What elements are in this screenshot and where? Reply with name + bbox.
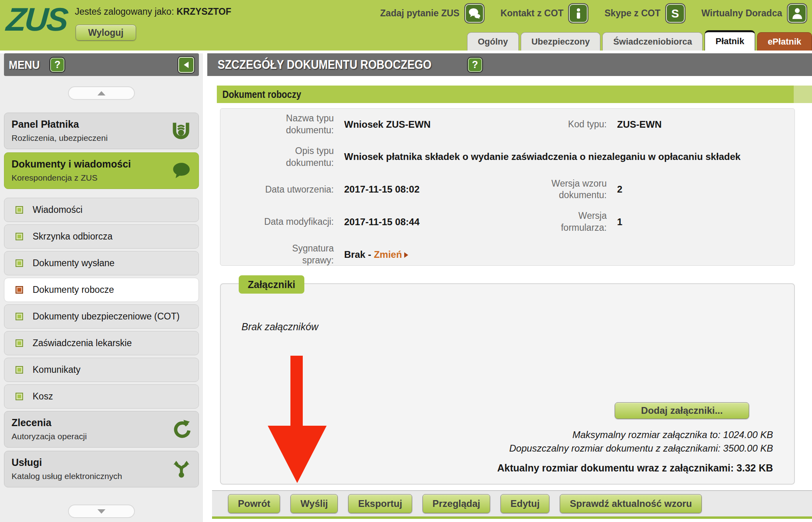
sidebar-item-komunikaty[interactable]: Komunikaty bbox=[4, 358, 199, 382]
link-zadaj-pytanie-zus[interactable]: Zadaj pytanie ZUS bbox=[380, 4, 484, 23]
sidebar-item-skrzynka-odbiorcza[interactable]: Skrzynka odbiorcza bbox=[4, 224, 199, 249]
max-attachment-size: Maksymalny rozmiar załącznika to: 1024.0… bbox=[497, 428, 773, 442]
field-value: Wniosek płatnika składek o wydanie zaświ… bbox=[344, 150, 774, 163]
field-row-data-utworzenia: Data utworzenia: 2017-11-15 08:02 Wersja… bbox=[260, 178, 794, 202]
field-label: Data utworzenia: bbox=[260, 184, 334, 196]
field-row-sygnatura: Sygnatura sprawy: Brak - Zmień bbox=[260, 243, 794, 267]
profile-tabs: Ogólny Ubezpieczony Świadczeniobiorca Pł… bbox=[465, 30, 812, 51]
menu-help-icon[interactable]: ? bbox=[50, 58, 64, 72]
skype-icon: S bbox=[666, 4, 685, 23]
field-value: Wniosek ZUS-EWN bbox=[344, 118, 531, 131]
page-titlebar: SZCZEGÓŁY DOKUMENTU ROBOCZEGO ? bbox=[207, 53, 812, 76]
bullet-icon bbox=[16, 233, 23, 240]
page-help-icon[interactable]: ? bbox=[468, 58, 482, 72]
login-info: Jesteś zalogowany jako: KRZYSZTOF bbox=[75, 6, 231, 17]
bullet-icon bbox=[16, 259, 23, 267]
sidebar-item-dokumenty-robocze[interactable]: Dokumenty robocze bbox=[4, 278, 199, 302]
bottom-toolbar: Powrót Wyślij Eksportuj Przeglądaj Edytu… bbox=[212, 490, 812, 516]
powrot-button[interactable]: Powrót bbox=[228, 494, 280, 513]
field-label: Opis typu dokumentu: bbox=[260, 145, 334, 169]
page-title: SZCZEGÓŁY DOKUMENTU ROBOCZEGO bbox=[218, 58, 432, 72]
sidebar-scroll-up[interactable] bbox=[68, 86, 135, 100]
document-section-bar: Dokument roboczy bbox=[217, 86, 812, 103]
attachments-empty-text: Brak załączników bbox=[241, 321, 318, 333]
red-arrow-head bbox=[268, 426, 327, 483]
section-title: Dokument roboczy bbox=[222, 89, 301, 100]
field-value: 2017-11-15 08:02 bbox=[344, 183, 531, 196]
menu-title: MENU bbox=[9, 58, 40, 72]
bullet-icon bbox=[16, 313, 23, 320]
pue-zus-app: ZUS Jesteś zalogowany jako: KRZYSZTOF Wy… bbox=[0, 0, 812, 522]
attachments-badge: Załączniki bbox=[239, 275, 304, 294]
section-bar-cap bbox=[794, 86, 812, 103]
bullet-icon bbox=[16, 366, 23, 374]
menu-header: MENU ? bbox=[4, 53, 199, 76]
chat-icon bbox=[465, 4, 484, 23]
bullet-icon bbox=[16, 339, 23, 347]
header-quick-links: Zadaj pytanie ZUS Kontakt z COT bbox=[364, 4, 806, 23]
collapse-left-icon bbox=[184, 62, 189, 68]
tab-swiadczeniobiorca[interactable]: Świadczeniobiorca bbox=[602, 32, 703, 51]
sidebar-item-dokumenty-wyslane[interactable]: Dokumenty wysłane bbox=[4, 251, 199, 275]
logout-button[interactable]: Wyloguj bbox=[76, 25, 136, 41]
document-details-panel: Nazwa typu dokumentu: Wniosek ZUS-EWN Ko… bbox=[220, 108, 795, 266]
speech-bubble-icon bbox=[171, 160, 191, 181]
przegladaj-button[interactable]: Przeglądaj bbox=[423, 494, 490, 513]
info-icon bbox=[569, 4, 588, 23]
user-name: KRZYSZTOF bbox=[177, 6, 232, 17]
tab-eplatnik[interactable]: ePłatnik bbox=[757, 32, 812, 51]
field-row-nazwa-typu: Nazwa typu dokumentu: Wniosek ZUS-EWN Ko… bbox=[260, 113, 794, 136]
bullet-icon-active bbox=[16, 286, 23, 294]
field-row-data-modyfikacji: Data modyfikacji: 2017-11-15 08:44 Wersj… bbox=[260, 210, 794, 234]
field-value: 1 bbox=[617, 216, 760, 228]
eksportuj-button[interactable]: Eksportuj bbox=[348, 494, 412, 513]
current-document-size: Aktualny rozmiar dokumentu wraz z załącz… bbox=[497, 462, 773, 474]
scroll-up-icon bbox=[97, 91, 105, 95]
payer-panel-icon bbox=[171, 120, 191, 142]
field-value: Brak - Zmień bbox=[344, 248, 408, 261]
sprawdz-aktualnosc-button[interactable]: Sprawdź aktualność wzoru bbox=[560, 494, 702, 513]
wyslij-button[interactable]: Wyślij bbox=[290, 494, 338, 513]
link-kontakt-z-cot[interactable]: Kontakt z COT bbox=[500, 4, 588, 23]
sidebar: MENU ? Panel Płatnika Rozliczenia, ubezp… bbox=[0, 53, 203, 522]
services-branch-icon bbox=[171, 458, 191, 480]
edytuj-button[interactable]: Edytuj bbox=[500, 494, 549, 513]
zus-logo: ZUS bbox=[5, 1, 68, 38]
refresh-icon bbox=[171, 419, 191, 440]
max-document-size: Dopuszczalny rozmiar dokumentu z załączn… bbox=[497, 442, 773, 455]
link-skype-z-cot[interactable]: Skype z COT S bbox=[604, 4, 685, 23]
tab-ubezpieczony[interactable]: Ubezpieczony bbox=[521, 32, 601, 51]
sidebar-item-wiadomosci[interactable]: Wiadomości bbox=[4, 198, 199, 222]
sidebar-item-kosz[interactable]: Kosz bbox=[4, 384, 199, 409]
sidebar-collapse-button[interactable] bbox=[178, 57, 194, 73]
toolbar-divider bbox=[212, 516, 812, 519]
login-prefix: Jesteś zalogowany jako: bbox=[75, 6, 174, 17]
scroll-down-icon bbox=[97, 509, 105, 514]
field-label: Sygnatura sprawy: bbox=[260, 243, 334, 267]
field-label: Data modyfikacji: bbox=[260, 216, 334, 228]
field-row-opis-typu: Opis typu dokumentu: Wniosek płatnika sk… bbox=[260, 145, 794, 169]
link-wirtualny-doradca[interactable]: Wirtualny Doradca bbox=[701, 4, 806, 23]
top-header: ZUS Jesteś zalogowany jako: KRZYSZTOF Wy… bbox=[0, 0, 812, 51]
zmien-link[interactable]: Zmień bbox=[374, 249, 402, 260]
bullet-icon bbox=[16, 206, 23, 214]
field-label: Kod typu: bbox=[531, 119, 607, 130]
field-value: 2 bbox=[617, 183, 760, 196]
sidebar-section-zlecenia[interactable]: Zlecenia Autoryzacja operacji bbox=[4, 411, 199, 448]
bullet-icon bbox=[16, 393, 23, 400]
tab-platnik[interactable]: Płatnik bbox=[705, 30, 755, 51]
tab-ogolny[interactable]: Ogólny bbox=[467, 32, 519, 51]
sidebar-item-dokumenty-ubezpieczeniowe[interactable]: Dokumenty ubezpieczeniowe (COT) bbox=[4, 304, 199, 329]
main-content: SZCZEGÓŁY DOKUMENTU ROBOCZEGO ? Dokument… bbox=[207, 53, 812, 522]
sidebar-sub-items: Wiadomości Skrzynka odbiorcza Dokumenty … bbox=[4, 198, 199, 409]
sidebar-item-zaswiadczenia-lekarskie[interactable]: Zaświadczenia lekarskie bbox=[4, 331, 199, 355]
zmien-arrow-icon bbox=[404, 252, 408, 258]
sidebar-scroll-down[interactable] bbox=[68, 504, 135, 518]
red-arrow-annotation bbox=[290, 356, 303, 426]
advisor-icon bbox=[788, 4, 806, 23]
add-attachments-button[interactable]: Dodaj załączniki... bbox=[615, 402, 749, 419]
sidebar-section-dokumenty-i-wiadomosci[interactable]: Dokumenty i wiadomości Korespondencja z … bbox=[4, 152, 199, 189]
sidebar-section-panel-platnika[interactable]: Panel Płatnika Rozliczenia, ubezpieczeni bbox=[4, 113, 199, 149]
sidebar-section-uslugi[interactable]: Usługi Katalog usług elektronicznych bbox=[4, 451, 199, 487]
sygnatura-value: Brak - bbox=[344, 249, 371, 260]
